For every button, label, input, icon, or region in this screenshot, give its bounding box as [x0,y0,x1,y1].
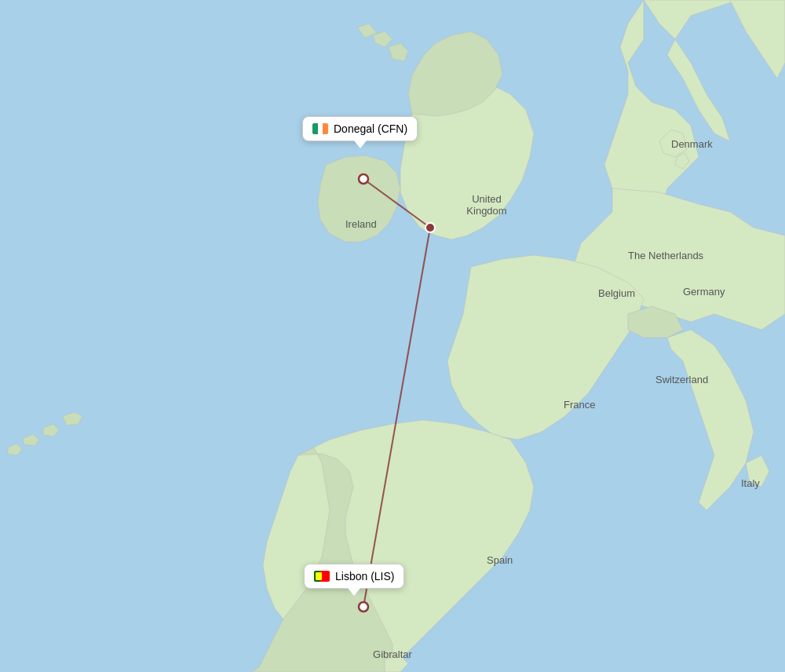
label-italy: Italy [741,477,760,489]
portugal-flag [314,571,330,582]
map-container: Ireland United Kingdom Denmark The Nethe… [0,0,785,672]
label-france: France [564,399,595,411]
label-ireland: Ireland [345,218,377,230]
ireland-flag [312,123,328,134]
origin-tooltip: Donegal (CFN) [302,116,418,141]
origin-label: Donegal (CFN) [334,122,407,135]
label-uk2: Kingdom [466,205,506,217]
label-germany: Germany [683,286,725,298]
origin-dot [359,174,368,184]
intermediate-point [425,223,435,232]
label-uk: United [472,193,502,205]
label-switzerland: Switzerland [655,374,708,385]
label-belgium: Belgium [598,287,635,299]
destination-label: Lisbon (LIS) [335,570,394,583]
label-denmark: Denmark [671,138,713,150]
label-netherlands: The Netherlands [628,250,704,261]
destination-tooltip: Lisbon (LIS) [304,564,404,589]
label-spain: Spain [487,554,513,566]
destination-dot [359,602,368,612]
label-gibraltar: Gibraltar [373,648,413,660]
